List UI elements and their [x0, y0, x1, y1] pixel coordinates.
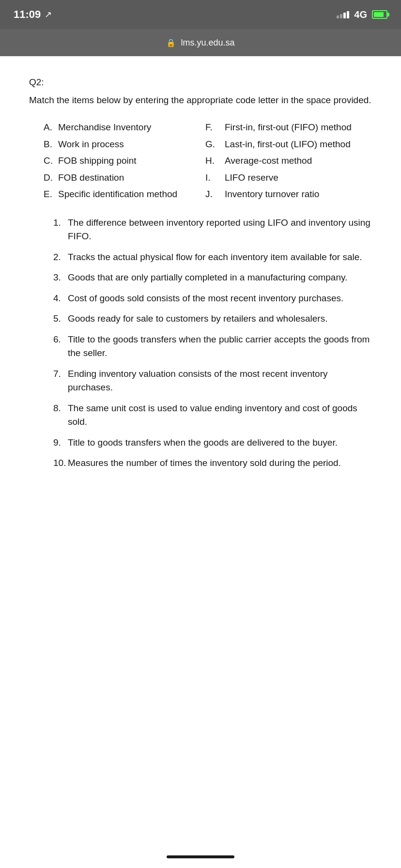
term-name-a: Merchandise Inventory	[58, 121, 151, 135]
url-text: lms.yu.edu.sa	[181, 38, 234, 48]
status-time: 11:09	[14, 8, 41, 21]
status-right: 4G	[337, 9, 387, 20]
item-text-1: The difference between inventory reporte…	[68, 216, 372, 244]
term-def-i: LIFO reserve	[225, 171, 278, 185]
status-bar: 11:09 ↗ 4G	[0, 0, 401, 29]
term-row-di: D. FOB destination I. LIFO reserve	[29, 171, 372, 185]
item-row-6: 6. Title to the goods transfers when the…	[29, 333, 372, 360]
term-letter-e: E.	[29, 187, 58, 202]
item-text-2: Tracks the actual physical flow for each…	[68, 250, 372, 264]
location-icon: ↗	[45, 9, 52, 20]
question-header: Q2:	[29, 76, 372, 90]
term-code-h: H.	[205, 154, 225, 168]
network-label: 4G	[354, 9, 367, 20]
item-number-4: 4.	[29, 292, 68, 306]
item-row-2: 2. Tracks the actual physical flow for e…	[29, 250, 372, 264]
term-letter-c: C.	[29, 154, 58, 168]
home-indicator	[167, 855, 234, 858]
term-row-ch: C. FOB shipping point H. Average-cost me…	[29, 154, 372, 168]
term-name-c: FOB shipping point	[58, 154, 137, 168]
main-content: Q2: Match the items below by entering th…	[0, 56, 401, 506]
term-code-j: J.	[205, 187, 225, 202]
battery-icon	[372, 10, 387, 19]
item-text-6: Title to the goods transfers when the pu…	[68, 333, 372, 360]
term-name-b: Work in process	[58, 138, 124, 152]
item-row-8: 8. The same unit cost is used to value e…	[29, 402, 372, 429]
item-text-9: Title to goods transfers when the goods …	[68, 436, 372, 450]
term-code-g: G.	[205, 138, 225, 152]
item-text-10: Measures the number of times the invento…	[68, 456, 372, 470]
signal-icon	[337, 11, 349, 18]
item-row-10: 10. Measures the number of times the inv…	[29, 456, 372, 470]
question-instruction: Match the items below by entering the ap…	[29, 93, 372, 108]
item-number-3: 3.	[29, 271, 68, 285]
term-letter-d: D.	[29, 171, 58, 185]
item-row-1: 1. The difference between inventory repo…	[29, 216, 372, 244]
item-number-5: 5.	[29, 312, 68, 326]
term-code-i: I.	[205, 171, 225, 185]
term-name-d: FOB destination	[58, 171, 124, 185]
term-name-e: Specific identification method	[58, 187, 177, 202]
item-text-7: Ending inventory valuation consists of t…	[68, 367, 372, 395]
term-def-g: Last-in, first-out (LIFO) method	[225, 138, 351, 152]
item-text-8: The same unit cost is used to value endi…	[68, 402, 372, 429]
term-row-af: A. Merchandise Inventory F. First-in, fi…	[29, 121, 372, 135]
item-row-5: 5. Goods ready for sale to customers by …	[29, 312, 372, 326]
item-number-2: 2.	[29, 250, 68, 264]
term-letter-a: A.	[29, 121, 58, 135]
term-row-bg: B. Work in process G. Last-in, first-out…	[29, 138, 372, 152]
item-row-3: 3. Goods that are only partially complet…	[29, 271, 372, 285]
term-letter-b: B.	[29, 138, 58, 152]
item-number-8: 8.	[29, 402, 68, 416]
term-code-f: F.	[205, 121, 225, 135]
items-section: 1. The difference between inventory repo…	[29, 216, 372, 470]
item-number-7: 7.	[29, 367, 68, 381]
item-row-9: 9. Title to goods transfers when the goo…	[29, 436, 372, 450]
terms-section: A. Merchandise Inventory F. First-in, fi…	[29, 121, 372, 202]
item-number-9: 9.	[29, 436, 68, 450]
item-text-5: Goods ready for sale to customers by ret…	[68, 312, 372, 326]
term-def-h: Average-cost method	[225, 154, 312, 168]
url-bar[interactable]: 🔒 lms.yu.edu.sa	[0, 29, 401, 56]
term-def-f: First-in, first-out (FIFO) method	[225, 121, 352, 135]
status-left: 11:09 ↗	[14, 8, 52, 21]
item-row-7: 7. Ending inventory valuation consists o…	[29, 367, 372, 395]
item-number-10: 10.	[29, 456, 68, 470]
term-row-ej: E. Specific identification method J. Inv…	[29, 187, 372, 202]
item-number-6: 6.	[29, 333, 68, 347]
item-text-4: Cost of goods sold consists of the most …	[68, 292, 372, 306]
item-number-1: 1.	[29, 216, 68, 230]
item-row-4: 4. Cost of goods sold consists of the mo…	[29, 292, 372, 306]
lock-icon: 🔒	[166, 38, 176, 47]
term-def-j: Inventory turnover ratio	[225, 187, 319, 202]
item-text-3: Goods that are only partially completed …	[68, 271, 372, 285]
